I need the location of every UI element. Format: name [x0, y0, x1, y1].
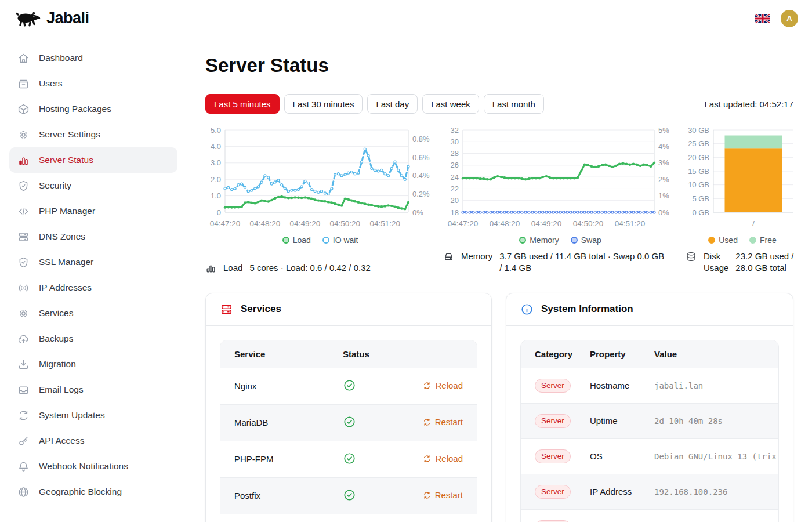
- svg-text:30 GB: 30 GB: [688, 126, 709, 135]
- svg-text:32: 32: [451, 126, 459, 135]
- avatar[interactable]: A: [781, 10, 798, 27]
- time-range-button-last-5-minutes[interactable]: Last 5 minutes: [205, 94, 280, 114]
- sidebar-item-php-manager[interactable]: PHP Manager: [9, 198, 177, 224]
- sidebar-item-server-status[interactable]: Server Status: [9, 147, 177, 173]
- broadcast-icon: [17, 282, 30, 294]
- services-card-header: Services: [206, 293, 491, 326]
- legend-label: Swap: [581, 235, 601, 245]
- service-action-restart-link[interactable]: Restart: [423, 490, 463, 500]
- bar-chart-icon: [17, 154, 30, 166]
- svg-text:04:48:20: 04:48:20: [490, 219, 520, 228]
- check-circle-icon: [343, 452, 356, 465]
- disk-chart: 0 GB5 GB10 GB15 GB20 GB25 GB30 GB/: [686, 124, 799, 234]
- service-action-reload-link[interactable]: Reload: [423, 380, 463, 390]
- sidebar-item-backups[interactable]: Backups: [9, 326, 177, 351]
- svg-text:10 GB: 10 GB: [688, 180, 709, 189]
- sidebar-item-security[interactable]: Security: [9, 173, 177, 198]
- service-name: MariaDB: [220, 404, 329, 441]
- property-name: IP Address: [576, 474, 640, 509]
- load-summary: Load 5 cores · Load: 0.6 / 0.42 / 0.32: [205, 256, 435, 274]
- service-status: [329, 514, 416, 522]
- service-action-reload-link[interactable]: Reload: [423, 454, 463, 463]
- sidebar-item-webhook-notifications[interactable]: Webhook Notifications: [9, 454, 177, 479]
- inbox-icon: [17, 384, 30, 396]
- time-range-button-last-month[interactable]: Last month: [484, 94, 544, 114]
- svg-text:4.0: 4.0: [211, 142, 221, 151]
- svg-text:5 GB: 5 GB: [692, 194, 709, 203]
- uk-flag-icon[interactable]: [755, 13, 770, 24]
- svg-text:26: 26: [451, 161, 459, 169]
- table-header-cell-value: Value: [640, 340, 779, 368]
- svg-text:0%: 0%: [658, 208, 669, 217]
- sidebar-item-label: Security: [39, 180, 71, 191]
- memory-drive-icon: [443, 251, 454, 262]
- svg-text:20 GB: 20 GB: [688, 153, 709, 162]
- sidebar-item-hosting-packages[interactable]: Hosting Packages: [9, 96, 177, 122]
- svg-text:04:50:20: 04:50:20: [330, 219, 361, 228]
- sidebar-item-users[interactable]: Users: [9, 71, 177, 96]
- svg-text:30: 30: [451, 137, 459, 146]
- svg-text:22: 22: [451, 184, 459, 193]
- service-action-restart-link[interactable]: Restart: [423, 417, 463, 427]
- sidebar-item-services[interactable]: Services: [9, 300, 177, 326]
- svg-text:04:51:20: 04:51:20: [615, 219, 646, 228]
- sidebar-item-ssl-manager[interactable]: SSL Manager: [9, 249, 177, 275]
- legend-label: Free: [760, 235, 777, 245]
- svg-text:04:47:20: 04:47:20: [210, 219, 241, 228]
- sidebar-item-dashboard[interactable]: Dashboard: [9, 45, 177, 71]
- sidebar-item-ip-addresses[interactable]: IP Addresses: [9, 275, 177, 300]
- table-header-cell-action: [416, 340, 477, 368]
- time-range-controls: Last 5 minutesLast 30 minutesLast dayLas…: [205, 94, 793, 114]
- disk-summary-text: 23.2 GB used / 28.0 GB total: [735, 251, 799, 274]
- svg-text:15 GB: 15 GB: [688, 167, 709, 176]
- services-card: Services ServiceStatus NginxReloadMariaD…: [205, 293, 492, 522]
- table-row: NginxReload: [220, 368, 477, 404]
- sidebar-item-system-updates[interactable]: System Updates: [9, 403, 177, 428]
- svg-text:2.0: 2.0: [211, 175, 221, 184]
- sidebar-item-label: Services: [39, 308, 73, 318]
- table-row: ServerHostnamejabali.lan: [521, 368, 779, 403]
- legend-swatch: [571, 237, 578, 244]
- sidebar-item-email-logs[interactable]: Email Logs: [9, 377, 177, 403]
- check-circle-icon: [343, 488, 356, 502]
- sidebar-item-label: SSL Manager: [39, 257, 93, 267]
- svg-text:0%: 0%: [412, 208, 423, 217]
- svg-text:4%: 4%: [658, 142, 669, 151]
- property-name: Hostname: [576, 368, 640, 403]
- memory-panel: 18202224262830320%1%2%3%4%5%04:47:2004:4…: [443, 124, 677, 274]
- time-range-button-last-week[interactable]: Last week: [422, 94, 479, 114]
- sidebar-item-migration[interactable]: Migration: [9, 351, 177, 377]
- svg-text:0 GB: 0 GB: [692, 208, 709, 217]
- bell-icon: [17, 461, 30, 473]
- svg-text:3%: 3%: [658, 158, 669, 167]
- category-badge: Server: [535, 414, 571, 428]
- sidebar-item-dns-zones[interactable]: DNS Zones: [9, 224, 177, 249]
- category-badge: Server: [535, 449, 571, 463]
- memory-summary: Memory 3.7 GB used / 11.4 GB total · Swa…: [443, 245, 677, 274]
- svg-text:0: 0: [217, 208, 221, 217]
- sidebar-item-server-settings[interactable]: Server Settings: [9, 122, 177, 147]
- legend-swatch: [322, 237, 329, 244]
- sidebar-item-label: Migration: [39, 359, 76, 369]
- category-badge: Server: [535, 379, 571, 393]
- service-name: Postfix: [220, 477, 329, 514]
- legend-item-used: Used: [708, 235, 738, 245]
- sidebar-item-label: IP Addresses: [39, 282, 92, 293]
- shield-check-icon: [17, 256, 30, 269]
- sidebar-item-geographic-blocking[interactable]: Geographic Blocking: [9, 479, 177, 505]
- home-icon: [17, 52, 30, 64]
- gear-icon: [17, 129, 30, 141]
- time-range-button-last-30-minutes[interactable]: Last 30 minutes: [284, 94, 363, 114]
- main-content: Server Status Last 5 minutesLast 30 minu…: [187, 37, 812, 522]
- time-range-button-last-day[interactable]: Last day: [367, 94, 418, 114]
- sidebar-item-api-access[interactable]: API Access: [9, 428, 177, 454]
- legend-swatch: [749, 237, 756, 244]
- brand[interactable]: Jabali: [14, 9, 89, 27]
- legend-item-load: Load: [282, 235, 311, 245]
- download-tray-icon: [17, 358, 30, 371]
- memory-summary-text: 3.7 GB used / 11.4 GB total · Swap 0.0 G…: [499, 251, 669, 274]
- svg-text:0.6%: 0.6%: [412, 153, 430, 162]
- sidebar-item-label: Dashboard: [39, 53, 83, 63]
- table-row: ServerOSDebian GNU/Linux 13 (trixie): [521, 438, 779, 474]
- disk-summary-label: Disk Usage: [704, 251, 728, 274]
